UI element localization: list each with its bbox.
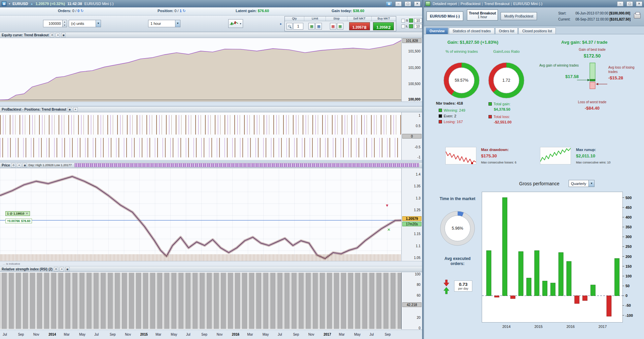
worst-trade-value: -$84.40: [569, 106, 616, 111]
tab-closed-positions-list[interactable]: Closed positions list: [518, 28, 555, 34]
caret-down-icon[interactable]: ▾: [9, 2, 10, 5]
refresh-icon[interactable]: ↻: [183, 9, 186, 13]
positions-chart[interactable]: [0, 112, 401, 160]
price-chart[interactable]: 1 @ 1.19810 ✕ +0.00766 $76.60 ▼ ✕: [0, 168, 401, 261]
instrument-box[interactable]: EUR/USD Mini (-): [427, 11, 463, 21]
trades-legend: Winning: 249 Even: 2 Losing: 167: [439, 108, 465, 125]
snapshot-icon[interactable]: ▣: [68, 107, 72, 112]
price-panel: Price ⚙ ✕ ▣ Day: High 1.20928 Low 1.2017…: [0, 162, 422, 261]
time-axis-label: May: [354, 333, 369, 336]
sell-market-button[interactable]: 1.20578: [349, 22, 370, 30]
close-icon[interactable]: ✕: [73, 107, 78, 112]
buy-stop-icon[interactable]: ▦: [337, 23, 343, 30]
winning-donut-title: % of winning trades: [437, 49, 486, 54]
tab-statistics-of-closed-trades[interactable]: Statistics of closed trades: [449, 28, 494, 34]
limit-checkbox[interactable]: [401, 25, 405, 28]
titlebar-item-probacktest[interactable]: ProBacktest: [461, 2, 480, 6]
order-panel-body: 1 ▦ ▦ ▦ ▦ 1.20578: [285, 21, 396, 31]
close-icon[interactable]: ✕: [17, 163, 21, 167]
tab-overview[interactable]: Overview: [426, 28, 448, 34]
positions-panel-title: ProBacktest - Positions: Trend Breakout: [2, 108, 66, 111]
snapshot-icon[interactable]: ▣: [23, 163, 27, 167]
titlebar-item-trend-breakout[interactable]: Trend Breakout: [484, 2, 509, 6]
sell-limit-icon[interactable]: ▦: [308, 23, 315, 30]
close-icon[interactable]: ✕: [56, 33, 60, 37]
losing-swatch: [439, 120, 442, 123]
stop-label: S: [406, 19, 408, 22]
even-swatch: [439, 114, 442, 118]
rsi-panel-header[interactable]: Relative strength index (RSI) (2) ⚙ ✕ ▣: [0, 266, 422, 272]
chevron-down-icon[interactable]: ▼: [175, 20, 180, 27]
svg-text:150: 150: [625, 264, 632, 268]
chevron-down-icon[interactable]: ▼: [588, 180, 594, 187]
order-qty-input[interactable]: 1: [293, 23, 303, 30]
spinner-arrows-icon[interactable]: ▲▼: [62, 20, 67, 27]
buy-price: 1.2058: [376, 25, 388, 29]
limit-size-input[interactable]: 10: [414, 24, 422, 29]
minimize-button[interactable]: –: [395, 1, 402, 6]
search-order-button[interactable]: [286, 23, 293, 30]
nbr-trades: Nbr trades: 418: [436, 101, 463, 105]
open-position-badge[interactable]: 1 @ 1.19810 ✕: [5, 211, 30, 216]
close-position-icon[interactable]: ✕: [26, 212, 28, 215]
maximize-button[interactable]: ▢: [626, 1, 633, 6]
price-panel-header[interactable]: Price ⚙ ✕ ▣ Day: High 1.20928 Low 1.2017…: [0, 162, 422, 168]
axis-label: 1.3: [416, 196, 420, 200]
gain-today-value: $38.60: [353, 9, 365, 13]
report-titlebar[interactable]: Detailed report|ProBacktest|Trend Breako…: [424, 0, 644, 7]
svg-text:50: 50: [625, 284, 630, 288]
gross-performance-chart[interactable]: 500450400350300250200150100500-50-100201…: [482, 192, 643, 330]
titlebar-item-eur-usd-mini-[interactable]: EUR/USD Mini (-): [513, 2, 542, 6]
chart-style-button[interactable]: ▼: [228, 19, 243, 28]
orders-value-2: 0: [77, 9, 79, 13]
maximize-button[interactable]: ▢: [405, 1, 411, 6]
buy-limit-icon[interactable]: ▦: [315, 23, 322, 30]
tab-orders-list[interactable]: Orders list: [495, 28, 518, 34]
rsi-axis: 100 80 60 42.218 20 0: [401, 272, 422, 330]
quantity-input[interactable]: 100000 ▲▼: [43, 20, 67, 27]
time-in-market-value: 5.96%: [440, 226, 475, 231]
snapshot-icon[interactable]: ▣: [65, 267, 70, 271]
axis-label: 1.35: [414, 184, 420, 188]
minimize-button[interactable]: –: [617, 1, 623, 6]
chevron-down-icon[interactable]: ▼: [96, 20, 101, 27]
position-value: 0: [174, 9, 176, 13]
panel-divider[interactable]: [0, 102, 422, 106]
strategy-tab[interactable]: Trend Breakout 1 hour: [467, 9, 498, 21]
sell-stop-icon[interactable]: ▦: [330, 23, 336, 30]
close-button[interactable]: ✕: [636, 1, 642, 6]
svg-text:500: 500: [625, 196, 632, 200]
open-position-text: 1 @ 1.19810: [7, 212, 24, 215]
equity-value-badge: 101,828: [402, 38, 421, 43]
chart-window-titlebar[interactable]: ▦ ▾ EURUSD ▲ 1.20579 (+0.32%) 11:42:38 E…: [0, 0, 422, 7]
stop-checkbox[interactable]: [401, 19, 405, 23]
limit-header: Limit: [304, 16, 326, 21]
settings-icon[interactable]: ⚙: [11, 163, 15, 167]
refresh-icon[interactable]: ↻: [80, 9, 83, 13]
snapshot-icon[interactable]: ▣: [61, 33, 66, 37]
units-select[interactable]: (x) units ▼: [69, 20, 101, 27]
time-axis[interactable]: JulSepNov2014MarMayJulSepNov2015MarMayJu…: [0, 330, 422, 339]
report-window: Detailed report|ProBacktest|Trend Breako…: [423, 0, 644, 339]
expander-icon[interactable]: ▸: [280, 22, 282, 26]
close-icon[interactable]: ✕: [60, 267, 64, 271]
max-runup-label: Max runup:: [576, 148, 596, 152]
equity-chart[interactable]: [0, 38, 401, 102]
stop-size-input[interactable]: 10: [414, 18, 422, 23]
settings-icon[interactable]: ⚙: [50, 33, 54, 37]
settings-icon[interactable]: ⚙: [54, 267, 58, 271]
close-button[interactable]: ✕: [414, 1, 420, 6]
rsi-chart[interactable]: [0, 272, 401, 330]
period-select[interactable]: Quarterly ▼: [569, 180, 595, 187]
modify-probacktest-button[interactable]: Modify ProBacktest: [501, 12, 537, 20]
buy-market-button[interactable]: 1.20582: [373, 22, 394, 30]
chevron-down-icon: ▼: [239, 23, 242, 25]
winning-swatch: [439, 109, 442, 112]
positions-panel-header[interactable]: ProBacktest - Positions: Trend Breakout …: [0, 107, 422, 112]
titlebar-item-detailed-report[interactable]: Detailed report: [433, 2, 457, 6]
strategy-name: Trend Breakout: [468, 11, 497, 15]
print-icon[interactable]: [634, 13, 641, 18]
timeframe-select[interactable]: 1 hour ▼: [148, 20, 180, 27]
equity-panel-header[interactable]: Equity curve: Trend Breakout ⚙ ✕ ▣: [0, 32, 422, 38]
layout-grid-icon[interactable]: ▦: [386, 1, 392, 6]
